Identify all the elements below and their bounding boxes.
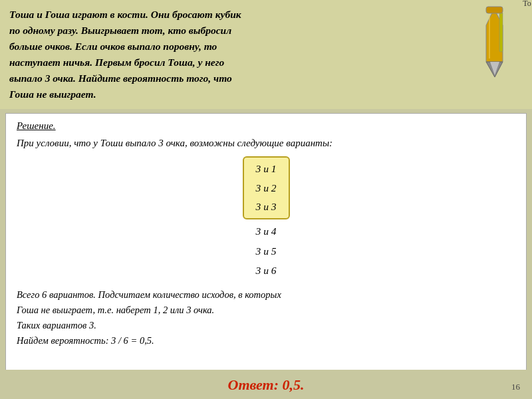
to-label: To [523,0,531,9]
pen-icon [466,5,523,78]
outcome-row-2: 3 и 2 [256,180,277,197]
svg-rect-4 [486,7,503,13]
solution-intro: При условии, что у Тоши выпало 3 очка, в… [17,136,515,151]
problem-line1: Тоша и Гоша играют в кости. Они бросают … [9,9,241,20]
problem-line5: выпало 3 очка. Найдите вероятность того,… [9,72,232,84]
problem-line6: Гоша не выиграет. [9,88,96,100]
solution-header: Решение. [17,120,515,132]
problem-line2: по одному разу. Выигрывает тот, кто выбр… [9,25,231,36]
plain-outcomes: 3 и 4 3 и 5 3 и 6 [244,219,289,281]
outcome-row-4: 3 и 4 [256,222,277,240]
conclusion-line4: Найдем вероятность: 3 / 6 = 0,5. [17,333,515,348]
outcome-row-1: 3 и 1 [256,160,277,178]
page-number: 16 [511,382,520,392]
answer-text: Ответ: 0,5. [228,376,305,393]
conclusion-line2: Гоша не выиграет, т.е. наберет 1, 2 или … [17,303,515,318]
highlighted-outcomes-box: 3 и 1 3 и 2 3 и 3 [243,156,290,219]
conclusion-line3: Таких вариантов 3. [17,318,515,333]
problem-section: Тоша и Гоша играют в кости. Они бросают … [0,0,532,109]
problem-line4: наступает ничья. Первым бросил Тоша, у н… [9,57,224,68]
outcome-row-6: 3 и 6 [256,261,277,279]
outcome-row-5: 3 и 5 [256,242,277,260]
main-content: Решение. При условии, что у Тоши выпало … [0,109,532,382]
outcome-row-3: 3 и 3 [256,198,277,215]
outcomes-section: 3 и 1 3 и 2 3 и 3 3 и 4 3 и 5 3 и 6 [17,156,515,281]
svg-rect-1 [499,12,503,52]
conclusion-text: Всего 6 вариантов. Подсчитаем количество… [17,287,515,349]
answer-bar: Ответ: 0,5. [0,370,532,399]
solution-container: Решение. При условии, что у Тоши выпало … [5,113,527,382]
problem-text: Тоша и Гоша играют в кости. Они бросают … [0,0,466,109]
pen-illustration: To [466,0,532,109]
conclusion-line1: Всего 6 вариантов. Подсчитаем количество… [17,287,515,303]
problem-line3: больше очков. Если очков выпало поровну,… [9,41,217,52]
